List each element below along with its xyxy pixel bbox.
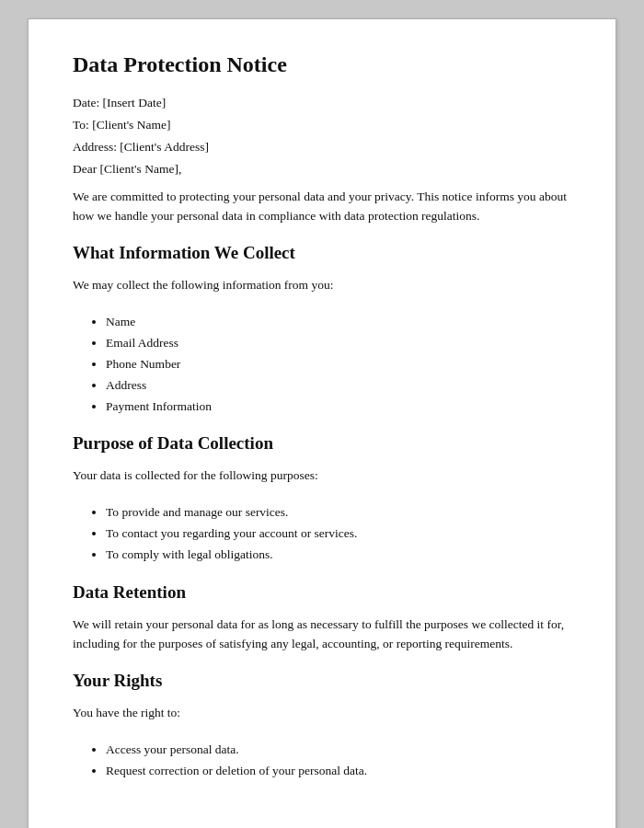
document-container: Data Protection Notice Date: [Insert Dat… (28, 18, 616, 828)
date-line: Date: [Insert Date] (73, 96, 571, 110)
to-line: To: [Client's Name] (73, 118, 571, 132)
intro-paragraph: We are committed to protecting your pers… (73, 188, 571, 226)
list-item: Payment Information (106, 397, 571, 418)
section-heading-3: Your Rights (73, 671, 571, 691)
section-what-we-collect: What Information We Collect We may colle… (73, 243, 571, 418)
list-item: To comply with legal obligations. (106, 545, 571, 566)
section-retention: Data Retention We will retain your perso… (73, 582, 571, 654)
list-item: Access your personal data. (106, 740, 571, 761)
section-list-0: Name Email Address Phone Number Address … (73, 312, 571, 418)
list-item: Email Address (106, 333, 571, 354)
list-item: To provide and manage our services. (106, 502, 571, 523)
section-list-3: Access your personal data. Request corre… (73, 740, 571, 782)
section-paragraph-3: You have the right to: (73, 704, 571, 723)
section-paragraph-1: Your data is collected for the following… (73, 466, 571, 486)
address-line: Address: [Client's Address] (73, 140, 571, 155)
list-item: To contact you regarding your account or… (106, 523, 571, 545)
section-list-1: To provide and manage our services. To c… (73, 502, 571, 566)
list-item: Phone Number (106, 354, 571, 375)
list-item: Name (106, 312, 571, 333)
section-heading-2: Data Retention (73, 582, 571, 603)
section-heading-1: Purpose of Data Collection (73, 433, 571, 454)
section-rights: Your Rights You have the right to: Acces… (73, 671, 571, 782)
section-purpose: Purpose of Data Collection Your data is … (73, 433, 571, 566)
salutation: Dear [Client's Name], (73, 162, 571, 177)
section-heading-0: What Information We Collect (73, 243, 571, 263)
document-title: Data Protection Notice (73, 52, 571, 77)
section-paragraph-0: We may collect the following information… (73, 276, 571, 295)
section-paragraph-2: We will retain your personal data for as… (73, 615, 571, 654)
list-item: Address (106, 375, 571, 397)
list-item: Request correction or deletion of your p… (106, 761, 571, 782)
